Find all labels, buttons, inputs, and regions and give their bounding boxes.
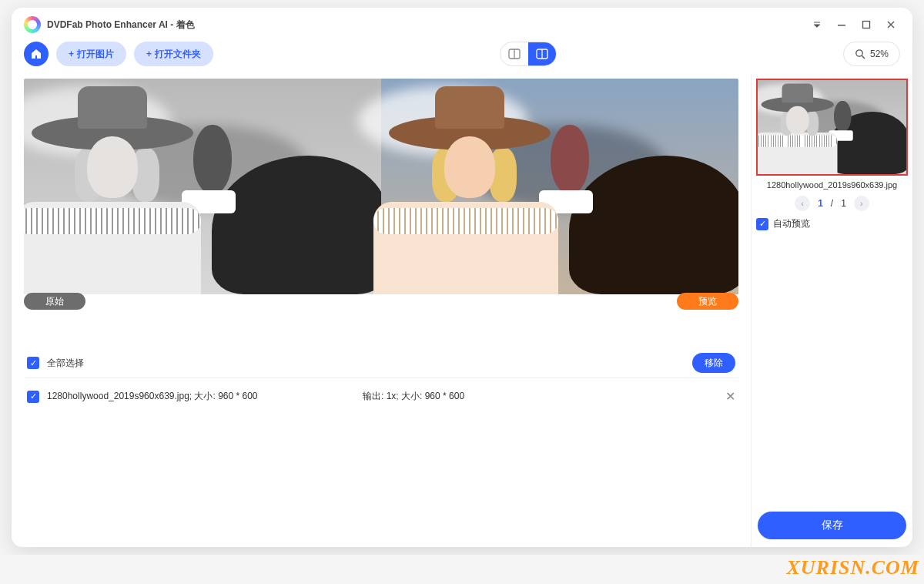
svg-rect-1 xyxy=(863,22,870,29)
original-image xyxy=(24,79,381,294)
pager-prev[interactable]: ‹ xyxy=(795,196,810,211)
pager-total: 1 xyxy=(841,198,846,209)
list-header: ✓ 全部选择 移除 xyxy=(24,348,738,378)
magnifier-icon xyxy=(855,49,865,59)
row-checkbox[interactable]: ✓ xyxy=(27,391,39,403)
preview-image xyxy=(381,79,738,294)
svg-line-7 xyxy=(862,55,865,59)
titlebar: DVDFab Photo Enhancer AI - 着色 xyxy=(12,8,912,39)
svg-point-6 xyxy=(856,50,862,56)
remove-button[interactable]: 移除 xyxy=(692,353,735,373)
view-split-horizontal[interactable] xyxy=(500,42,528,65)
svg-rect-0 xyxy=(838,25,845,26)
auto-preview-row: ✓ 自动预览 xyxy=(756,217,908,230)
pager: ‹ 1 / 1 › xyxy=(756,196,908,211)
thumbnail-caption: 1280hollywood_2019s960x639.jpg xyxy=(756,180,908,190)
app-icon xyxy=(24,16,41,33)
body: 原始 预览 ✓ 全部选择 移除 ✓ 1280hollywood_2019s960… xyxy=(12,74,912,547)
row-filename: 1280hollywood_2019s960x639.jpg; 大小: 960 … xyxy=(47,390,355,403)
auto-preview-checkbox[interactable]: ✓ xyxy=(756,218,768,230)
file-list: ✓ 全部选择 移除 ✓ 1280hollywood_2019s960x639.j… xyxy=(24,348,738,415)
minimize-button[interactable] xyxy=(832,15,851,34)
list-row[interactable]: ✓ 1280hollywood_2019s960x639.jpg; 大小: 96… xyxy=(24,378,738,415)
select-all-checkbox[interactable]: ✓ xyxy=(27,357,39,369)
image-preview[interactable]: 原始 预览 xyxy=(24,79,738,310)
open-image-button[interactable]: + 打开图片 xyxy=(56,42,126,66)
save-label: 保存 xyxy=(822,519,843,532)
view-toggle xyxy=(500,42,557,66)
sidebar: 1280hollywood_2019s960x639.jpg ‹ 1 / 1 ›… xyxy=(751,74,912,547)
open-image-label: 打开图片 xyxy=(77,48,114,61)
view-split-vertical[interactable] xyxy=(528,42,556,65)
thumbnail[interactable] xyxy=(756,79,908,176)
zoom-value: 52% xyxy=(870,49,889,59)
open-folder-label: 打开文件夹 xyxy=(155,48,201,61)
open-folder-button[interactable]: + 打开文件夹 xyxy=(134,42,213,66)
preview-badge: 预览 xyxy=(677,293,738,310)
close-button[interactable] xyxy=(882,15,900,34)
pager-current: 1 xyxy=(818,198,823,209)
pager-sep: / xyxy=(831,198,833,209)
toolbar: + 打开图片 + 打开文件夹 52% xyxy=(12,39,912,74)
original-badge: 原始 xyxy=(24,293,85,310)
pager-next[interactable]: › xyxy=(854,196,869,211)
plus-icon: + xyxy=(146,49,152,59)
save-button[interactable]: 保存 xyxy=(758,512,906,539)
plus-icon: + xyxy=(69,49,74,59)
select-all-label: 全部选择 xyxy=(47,357,84,370)
auto-preview-label: 自动预览 xyxy=(773,217,810,230)
zoom-button[interactable]: 52% xyxy=(843,42,900,66)
menu-icon[interactable] xyxy=(808,15,826,34)
maximize-button[interactable] xyxy=(857,15,875,34)
remove-label: 移除 xyxy=(705,357,723,370)
row-remove-icon[interactable]: ✕ xyxy=(725,389,735,404)
home-button[interactable] xyxy=(24,42,49,66)
app-window: DVDFab Photo Enhancer AI - 着色 + 打开图片 + 打… xyxy=(12,8,912,547)
row-output: 输出: 1x; 大小: 960 * 600 xyxy=(363,390,718,403)
app-title: DVDFab Photo Enhancer AI - 着色 xyxy=(47,18,195,32)
main-column: 原始 预览 ✓ 全部选择 移除 ✓ 1280hollywood_2019s960… xyxy=(12,74,751,547)
